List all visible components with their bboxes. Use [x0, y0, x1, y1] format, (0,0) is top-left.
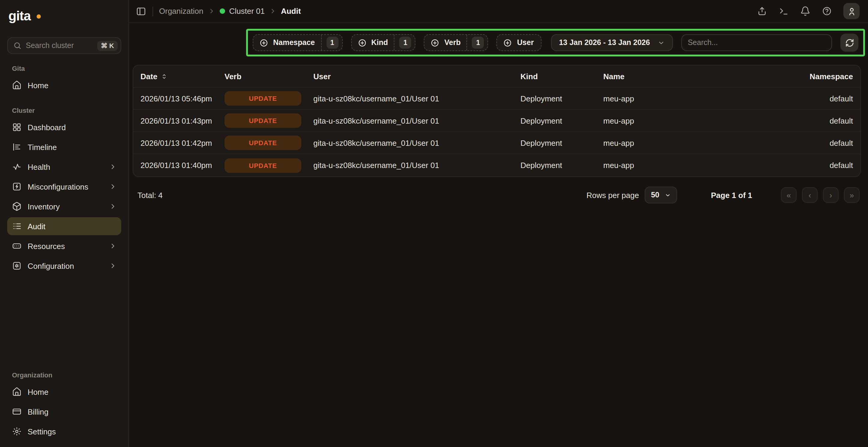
cell-name: meu-app: [603, 138, 753, 147]
table-row[interactable]: 2026/01/13 01:40pm UPDATE gita-u-sz08kc/…: [133, 154, 860, 177]
sidebar-item-settings[interactable]: Settings: [7, 422, 121, 440]
sidebar-item-health[interactable]: Health: [7, 158, 121, 176]
plus-circle-icon: [259, 38, 268, 47]
topbar: Organization Cluster 01 Audit: [129, 0, 868, 23]
audit-search-input[interactable]: [681, 34, 832, 51]
chevrons-left-icon: «: [787, 191, 791, 199]
next-page-button[interactable]: ›: [823, 187, 839, 203]
panel-left-icon: [136, 6, 147, 17]
cell-verb: UPDATE: [224, 91, 313, 105]
pager-buttons: « ‹ › »: [781, 187, 860, 203]
billing-card-icon: [12, 407, 22, 416]
cluster-search[interactable]: ⌘ K: [7, 37, 121, 54]
breadcrumb-organization[interactable]: Organization: [159, 7, 203, 15]
first-page-button[interactable]: «: [781, 187, 797, 203]
cell-name: meu-app: [603, 161, 753, 170]
sidebar-item-home[interactable]: Home: [7, 76, 121, 94]
breadcrumb-cluster[interactable]: Cluster 01: [219, 7, 265, 15]
cell-user: gita-u-sz08kc/username_01/User 01: [313, 161, 521, 170]
table-row[interactable]: 2026/01/13 01:43pm UPDATE gita-u-sz08kc/…: [133, 110, 860, 132]
filter-count-badge: 1: [326, 37, 338, 49]
column-header-date[interactable]: Date: [141, 72, 224, 81]
date-range-picker[interactable]: 13 Jan 2026 - 13 Jan 2026: [551, 34, 673, 51]
terminal-icon: [779, 6, 789, 16]
section-label-cluster: Cluster: [12, 107, 117, 114]
sidebar-item-timeline[interactable]: Timeline: [7, 138, 121, 156]
cell-kind: Deployment: [521, 94, 603, 103]
cell-kind: Deployment: [521, 116, 603, 125]
cell-kind: Deployment: [521, 161, 603, 170]
filter-chip-namespace[interactable]: Namespace 1: [253, 34, 342, 51]
breadcrumb-cluster-label: Cluster 01: [229, 7, 265, 15]
filters-row: Namespace 1 Kind 1: [129, 23, 868, 56]
sidebar-item-label: Misconfigurations: [28, 182, 88, 191]
column-header-label: Date: [141, 72, 157, 81]
pagination-controls: Rows per page 50 Page 1 of 1 « ‹ › »: [586, 187, 860, 203]
sidebar-item-label: Settings: [28, 427, 56, 436]
filter-chip-kind[interactable]: Kind 1: [351, 34, 416, 51]
filters-toolbar: Namespace 1 Kind 1: [246, 29, 865, 56]
plus-circle-icon: [358, 38, 367, 47]
page-info: Page 1 of 1: [711, 191, 752, 199]
filter-count-badge: 1: [472, 37, 484, 49]
refresh-button[interactable]: [840, 34, 858, 52]
sidebar-item-resources[interactable]: Resources: [7, 237, 121, 255]
sidebar-item-label: Resources: [28, 242, 65, 251]
sidebar-item-org-home[interactable]: Home: [7, 383, 121, 401]
sidebar-item-dashboard[interactable]: Dashboard: [7, 118, 121, 136]
share-button[interactable]: [757, 6, 767, 16]
chevron-right-icon: [109, 183, 117, 190]
sidebar-item-inventory[interactable]: Inventory: [7, 197, 121, 215]
filter-chip-label: Verb: [444, 38, 461, 47]
sidebar-item-misconfigurations[interactable]: Misconfigurations: [7, 178, 121, 196]
last-page-button[interactable]: »: [844, 187, 860, 203]
plus-circle-icon: [431, 38, 440, 47]
table-row[interactable]: 2026/01/13 01:42pm UPDATE gita-u-sz08kc/…: [133, 132, 860, 154]
app: gita ⌘ K Gita Home Cluster Dashboa: [0, 0, 868, 447]
prev-page-button[interactable]: ‹: [802, 187, 817, 203]
column-header-verb: Verb: [224, 72, 313, 81]
misconfigurations-icon: [12, 182, 22, 191]
filter-chip-user[interactable]: User: [497, 34, 542, 51]
table-row[interactable]: 2026/01/13 05:46pm UPDATE gita-u-sz08kc/…: [133, 88, 860, 110]
cell-user: gita-u-sz08kc/username_01/User 01: [313, 116, 521, 125]
sidebar-item-audit[interactable]: Audit: [7, 217, 121, 235]
cluster-search-input[interactable]: [26, 41, 93, 50]
sidebar: gita ⌘ K Gita Home Cluster Dashboa: [0, 0, 129, 447]
cell-verb: UPDATE: [224, 136, 313, 150]
chevrons-right-icon: »: [850, 191, 854, 199]
home-icon: [12, 81, 22, 90]
cell-date: 2026/01/13 01:43pm: [141, 116, 224, 125]
timeline-icon: [12, 142, 22, 152]
rows-per-page-select[interactable]: 50: [645, 187, 677, 203]
profile-button[interactable]: [843, 3, 860, 19]
chevron-right-icon: [270, 8, 276, 14]
command-icon: ⌘: [101, 42, 107, 50]
terminal-button[interactable]: [779, 6, 789, 16]
notifications-button[interactable]: [800, 6, 810, 16]
breadcrumb: Organization Cluster 01 Audit: [159, 7, 301, 15]
brand-logo: gita: [7, 8, 31, 24]
sidebar-item-label: Inventory: [28, 202, 60, 211]
help-button[interactable]: [822, 6, 832, 16]
cell-namespace: default: [753, 116, 853, 125]
verb-badge: UPDATE: [224, 158, 301, 172]
chevron-left-icon: ‹: [809, 191, 811, 199]
cell-date: 2026/01/13 01:40pm: [141, 161, 224, 170]
section-label-gita: Gita: [12, 65, 117, 72]
sidebar-item-billing[interactable]: Billing: [7, 403, 121, 421]
sidebar-item-configuration[interactable]: Configuration: [7, 257, 121, 275]
settings-gear-icon: [12, 426, 22, 436]
inventory-box-icon: [12, 201, 22, 211]
sidebar-toggle-button[interactable]: [136, 6, 147, 17]
cell-name: meu-app: [603, 116, 753, 125]
sidebar-item-label: Configuration: [28, 261, 74, 270]
audit-list-icon: [12, 221, 22, 231]
sidebar-item-label: Health: [28, 162, 50, 171]
chevron-right-icon: [109, 163, 117, 170]
chevron-right-icon: [109, 243, 117, 250]
filter-chip-verb[interactable]: Verb 1: [424, 34, 488, 51]
sidebar-item-label: Billing: [28, 407, 48, 416]
cell-namespace: default: [753, 138, 853, 147]
chevron-right-icon: [109, 262, 117, 269]
